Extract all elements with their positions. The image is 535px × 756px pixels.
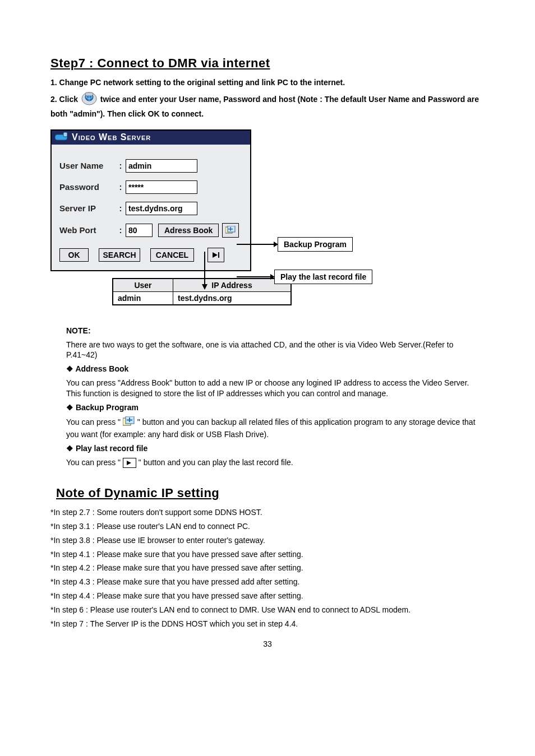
step7-line2: 2. Click twice and enter your User name,… xyxy=(50,91,485,119)
webport-input[interactable] xyxy=(126,224,153,237)
address-book-button[interactable]: Adress Book xyxy=(158,224,219,237)
search-button[interactable]: SEARCH xyxy=(99,248,140,262)
serverip-input[interactable] xyxy=(126,202,197,215)
svg-rect-2 xyxy=(85,92,93,96)
dialog-title: Video Web Server xyxy=(72,132,151,142)
dyn-line: *In step 2.7 : Some routers don't suppor… xyxy=(50,507,485,518)
backup-callout: Backup Program xyxy=(278,237,353,252)
step7-line1: 1. Change PC network setting to the orig… xyxy=(50,77,485,88)
play-icon-button[interactable] xyxy=(207,248,224,262)
arrow-addressbook-down xyxy=(201,252,209,291)
cancel-button[interactable]: CANCEL xyxy=(150,248,194,262)
svg-rect-20 xyxy=(127,419,132,420)
dyn-line: *In step 4.2 : Please make sure that you… xyxy=(50,563,485,573)
svg-marker-16 xyxy=(202,284,207,290)
note-heading: NOTE: xyxy=(66,326,485,336)
svg-marker-21 xyxy=(127,461,131,465)
dyn-line: *In step 6 : Please use router's LAN end… xyxy=(50,605,485,615)
addressbook-heading: Address Book xyxy=(66,364,485,374)
folder-copy-inline-icon xyxy=(123,416,135,429)
ok-button[interactable]: OK xyxy=(59,248,89,262)
svg-rect-8 xyxy=(228,229,233,230)
arrow-to-play xyxy=(237,273,278,281)
password-input[interactable] xyxy=(126,180,197,194)
svg-marker-14 xyxy=(270,274,275,280)
username-label: User Name xyxy=(59,161,116,170)
play-body: You can press " " button and you can pla… xyxy=(66,457,485,468)
dyn-line: *In step 4.1 : Please make sure that you… xyxy=(50,549,485,560)
backup-body: You can press " " button and you can bac… xyxy=(66,416,485,440)
addr-td-user: admin xyxy=(113,291,173,305)
addr-th-user: User xyxy=(113,279,173,292)
dialog-titlebar: Video Web Server xyxy=(52,131,250,145)
camera-globe-icon xyxy=(80,91,98,109)
svg-rect-4 xyxy=(63,132,67,137)
webport-label: Web Port xyxy=(59,225,116,235)
step7-line2-pre: 2. Click xyxy=(50,95,80,104)
username-input[interactable] xyxy=(126,159,197,173)
camera-icon xyxy=(55,132,72,143)
dyn-line: *In step 3.8 : Please use IE browser to … xyxy=(50,535,485,546)
svg-marker-9 xyxy=(213,252,218,258)
video-web-server-dialog: Video Web Server User Name : Password : … xyxy=(50,129,251,271)
arrow-to-backup xyxy=(237,240,282,248)
svg-rect-10 xyxy=(218,252,219,258)
page-number: 33 xyxy=(50,639,485,648)
password-label: Password xyxy=(59,182,116,192)
note-body: There are two ways to get the software, … xyxy=(66,340,485,361)
dyn-line: *In step 4.4 : Please make sure that you… xyxy=(50,591,485,601)
addr-td-ip: test.dydns.org xyxy=(173,291,292,305)
dyn-line: *In step 7 : The Server IP is the DDNS H… xyxy=(50,619,485,629)
folder-copy-icon xyxy=(225,226,236,235)
backup-heading: Backup Program xyxy=(66,402,485,413)
addressbook-body: You can press "Address Book" button to a… xyxy=(66,378,485,399)
dynamic-ip-heading: Note of Dynamic IP setting xyxy=(56,486,485,500)
serverip-label: Server IP xyxy=(59,203,116,213)
play-icon xyxy=(211,252,220,258)
dyn-line: *In step 3.1 : Please use router's LAN e… xyxy=(50,521,485,532)
play-callout: Play the last record file xyxy=(274,270,372,284)
step7-heading: Step7 : Connect to DMR via internet xyxy=(50,56,485,71)
step7-line2-post: twice and enter your User name, Password… xyxy=(50,95,479,118)
dyn-line: *In step 4.3 : Please make sure that you… xyxy=(50,577,485,587)
svg-marker-12 xyxy=(274,242,278,247)
play-heading: Play last record file xyxy=(66,443,485,454)
backup-icon-button[interactable] xyxy=(222,223,239,238)
play-inline-icon xyxy=(123,458,136,468)
